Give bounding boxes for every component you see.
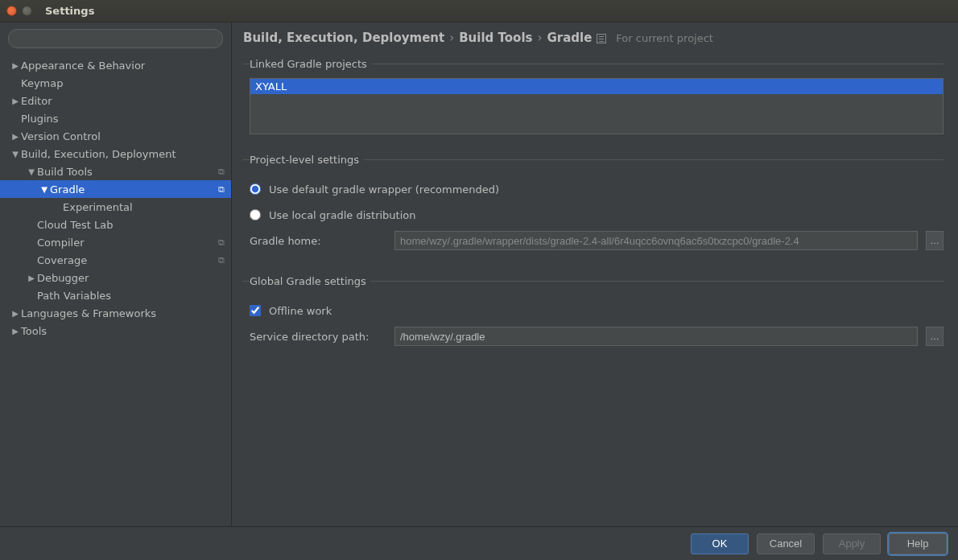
window-title: Settings (45, 5, 94, 17)
chevron-right-icon: ▶ (26, 274, 37, 282)
chevron-right-icon: ▶ (10, 61, 21, 70)
tree-item-coverage[interactable]: Coverage ⧉ (0, 251, 231, 269)
ellipsis-icon: … (931, 331, 939, 342)
tree-item-languages-frameworks[interactable]: ▶ Languages & Frameworks (0, 304, 231, 322)
project-level-settings-fieldset: Project-level settings Use default gradl… (243, 154, 944, 267)
tree-item-compiler[interactable]: Compiler ⧉ (0, 233, 231, 251)
tree-item-build-execution-deployment[interactable]: ▼ Build, Execution, Deployment (0, 145, 231, 163)
breadcrumb-part: Build, Execution, Deployment (243, 31, 444, 45)
service-directory-label: Service directory path: (250, 331, 386, 343)
tree-label: Path Variables (37, 290, 225, 302)
tree-label: Plugins (21, 113, 225, 125)
project-scope-icon: ⧉ (218, 184, 225, 195)
tree-label: Coverage (37, 254, 218, 266)
tree-item-plugins[interactable]: Plugins (0, 109, 231, 127)
tree-label: Keymap (21, 77, 225, 89)
chevron-right-icon: ▶ (10, 132, 21, 141)
tree-item-gradle[interactable]: ▼ Gradle ⧉ (0, 180, 231, 198)
fieldset-legend: Project-level settings (250, 154, 364, 166)
ellipsis-icon: … (931, 236, 939, 246)
global-gradle-settings-fieldset: Global Gradle settings Offline work Serv… (243, 275, 944, 363)
tree-label: Experimental (63, 201, 225, 213)
breadcrumb-part: Build Tools (459, 31, 532, 45)
tree-item-experimental[interactable]: Experimental (0, 198, 231, 216)
close-window-icon[interactable] (6, 6, 17, 16)
tree-item-debugger[interactable]: ▶ Debugger (0, 269, 231, 286)
project-scope-icon: ⧉ (218, 167, 225, 177)
breadcrumb: Build, Execution, Deployment › Build Too… (243, 31, 944, 45)
use-default-wrapper-radio[interactable] (250, 183, 261, 195)
offline-work-checkbox[interactable] (250, 305, 261, 316)
breadcrumb-separator: › (449, 31, 454, 45)
radio-label: Use default gradle wrapper (recommended) (269, 183, 499, 196)
chevron-down-icon: ▼ (26, 167, 37, 176)
project-scope-icon (597, 34, 606, 43)
settings-tree-panel: ▶ Appearance & Behavior Keymap ▶ Editor … (0, 23, 232, 526)
service-directory-input[interactable] (394, 327, 918, 346)
tree-label: Build Tools (37, 166, 218, 178)
linked-projects-fieldset: Linked Gradle projects XYALL (243, 58, 944, 146)
breadcrumb-part: Gradle (547, 31, 592, 45)
tree-label: Appearance & Behavior (21, 60, 225, 72)
breadcrumb-hint: For current project (616, 32, 713, 44)
tree-item-cloud-test-lab[interactable]: Cloud Test Lab (0, 216, 231, 233)
chevron-down-icon: ▼ (10, 150, 21, 159)
gradle-home-label: Gradle home: (250, 235, 386, 247)
chevron-right-icon: ▶ (10, 309, 21, 318)
tree-label: Compiler (37, 237, 218, 249)
radio-label: Use local gradle distribution (269, 209, 415, 221)
help-button[interactable]: Help (889, 533, 947, 554)
ok-button[interactable]: OK (691, 533, 749, 554)
settings-detail-panel: Build, Execution, Deployment › Build Too… (232, 23, 958, 526)
browse-gradle-home-button[interactable]: … (926, 231, 944, 250)
checkbox-label: Offline work (269, 305, 332, 317)
dialog-button-bar: OK Cancel Apply Help (0, 526, 958, 560)
gradle-home-input[interactable] (394, 231, 918, 250)
tree-item-path-variables[interactable]: Path Variables (0, 286, 231, 304)
tree-label: Version Control (21, 130, 225, 142)
main-area: ▶ Appearance & Behavior Keymap ▶ Editor … (0, 23, 958, 526)
use-local-distribution-radio[interactable] (250, 209, 261, 220)
tree-item-appearance[interactable]: ▶ Appearance & Behavior (0, 56, 231, 74)
fieldset-legend: Linked Gradle projects (250, 58, 372, 70)
tree-label: Cloud Test Lab (37, 219, 225, 231)
minimize-window-icon[interactable] (22, 6, 32, 16)
tree-item-build-tools[interactable]: ▼ Build Tools ⧉ (0, 163, 231, 180)
settings-tree[interactable]: ▶ Appearance & Behavior Keymap ▶ Editor … (0, 53, 231, 526)
list-item[interactable]: XYALL (250, 79, 943, 94)
tree-item-keymap[interactable]: Keymap (0, 74, 231, 92)
search-input[interactable] (8, 29, 223, 48)
tree-item-editor[interactable]: ▶ Editor (0, 92, 231, 109)
tree-label: Editor (21, 95, 225, 107)
browse-service-directory-button[interactable]: … (926, 327, 944, 346)
chevron-right-icon: ▶ (10, 97, 21, 105)
chevron-right-icon: ▶ (10, 327, 21, 336)
project-scope-icon: ⧉ (218, 237, 225, 248)
breadcrumb-separator: › (537, 31, 542, 45)
settings-window: Settings ▶ Appearance & Behavior (0, 0, 958, 560)
project-scope-icon: ⧉ (218, 255, 225, 266)
tree-item-version-control[interactable]: ▶ Version Control (0, 127, 231, 145)
content-area: ▶ Appearance & Behavior Keymap ▶ Editor … (0, 23, 958, 560)
tree-item-tools[interactable]: ▶ Tools (0, 322, 231, 340)
tree-label: Tools (21, 325, 225, 337)
titlebar: Settings (0, 0, 958, 23)
tree-label: Languages & Frameworks (21, 307, 225, 319)
apply-button[interactable]: Apply (823, 533, 881, 554)
tree-label: Debugger (37, 272, 225, 284)
chevron-down-icon: ▼ (39, 185, 50, 194)
cancel-button[interactable]: Cancel (757, 533, 815, 554)
tree-label: Gradle (50, 183, 218, 196)
tree-label: Build, Execution, Deployment (21, 148, 225, 160)
fieldset-legend: Global Gradle settings (250, 275, 371, 287)
linked-projects-list[interactable]: XYALL (250, 78, 944, 134)
